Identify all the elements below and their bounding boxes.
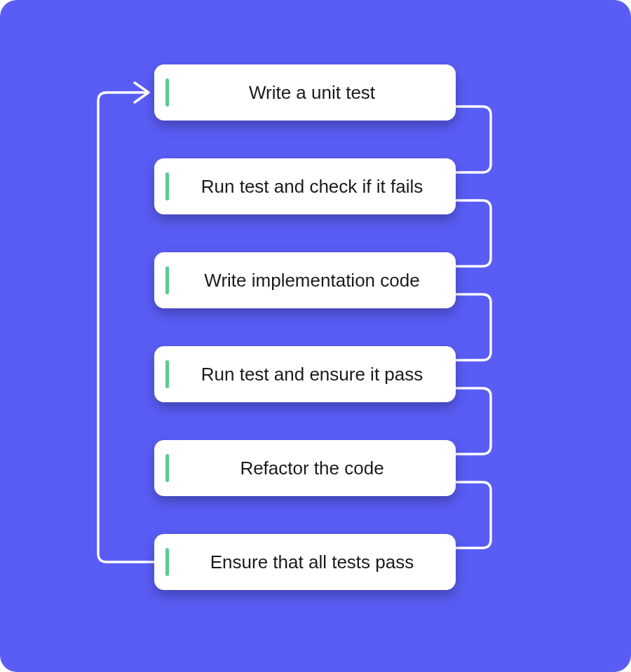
accent-bar	[165, 548, 169, 576]
steps-column: Write a unit test Run test and check if …	[154, 64, 456, 590]
diagram-canvas: Write a unit test Run test and check if …	[0, 0, 631, 672]
step-card: Run test and check if it fails	[154, 158, 456, 214]
step-card: Ensure that all tests pass	[154, 534, 456, 590]
step-card: Write implementation code	[154, 252, 456, 308]
step-card: Run test and ensure it pass	[154, 346, 456, 402]
step-label: Refactor the code	[175, 458, 456, 479]
step-label: Write a unit test	[175, 82, 456, 104]
step-card: Write a unit test	[154, 64, 456, 121]
accent-bar	[165, 266, 169, 294]
accent-bar	[165, 454, 169, 482]
step-label: Ensure that all tests pass	[175, 551, 456, 573]
step-label: Run test and check if it fails	[175, 176, 456, 198]
step-label: Write implementation code	[175, 270, 456, 292]
accent-bar	[165, 172, 169, 200]
step-card: Refactor the code	[154, 440, 456, 496]
accent-bar	[165, 78, 169, 107]
step-label: Run test and ensure it pass	[175, 364, 456, 385]
accent-bar	[165, 360, 169, 388]
